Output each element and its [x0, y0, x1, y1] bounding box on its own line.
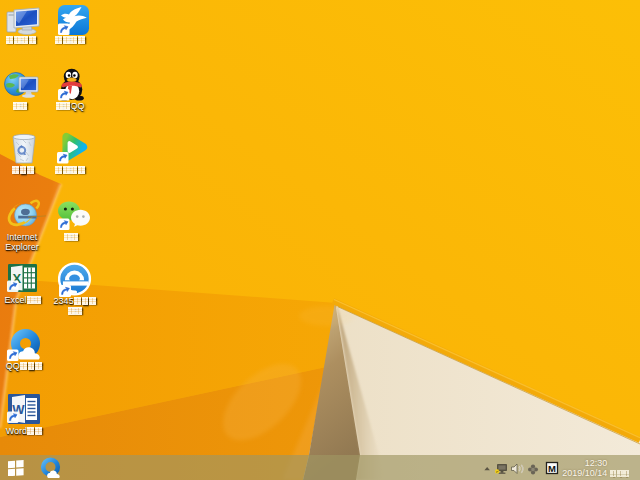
svg-text:M: M	[548, 463, 556, 474]
